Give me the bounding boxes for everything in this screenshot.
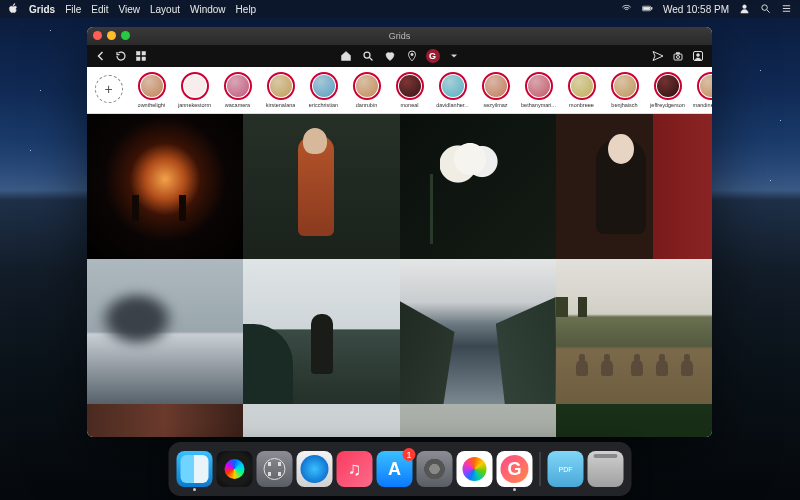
account-button[interactable]: G bbox=[426, 49, 440, 63]
menu-help[interactable]: Help bbox=[236, 4, 257, 15]
story-item[interactable]: moneal bbox=[390, 72, 429, 108]
story-item[interactable]: davidlanher... bbox=[433, 72, 472, 108]
feed-photo[interactable] bbox=[556, 259, 712, 404]
dock-folder[interactable] bbox=[548, 451, 584, 487]
likes-button[interactable] bbox=[382, 48, 398, 64]
svg-point-13 bbox=[364, 52, 370, 58]
menu-window[interactable]: Window bbox=[190, 4, 226, 15]
location-button[interactable] bbox=[404, 48, 420, 64]
stories-strip[interactable]: + ownthelightjannekestormwacamerakirsten… bbox=[87, 67, 712, 114]
dock-separator bbox=[540, 452, 541, 486]
spotlight-icon[interactable] bbox=[760, 3, 771, 16]
window-title: Grids bbox=[389, 31, 411, 41]
dock-app-safari[interactable] bbox=[297, 451, 333, 487]
story-item[interactable]: jannekestorm bbox=[175, 72, 214, 108]
apple-menu-icon[interactable] bbox=[8, 3, 19, 16]
menu-edit[interactable]: Edit bbox=[91, 4, 108, 15]
story-item[interactable]: mandinelson... bbox=[691, 72, 712, 108]
story-item[interactable]: monbreee bbox=[562, 72, 601, 108]
feed-photo[interactable] bbox=[400, 114, 556, 259]
story-username: sezyilmaz bbox=[483, 102, 507, 108]
feed-photo[interactable] bbox=[87, 404, 243, 437]
feed-photo[interactable] bbox=[400, 404, 556, 437]
feed-photo[interactable] bbox=[243, 259, 399, 404]
plus-icon: + bbox=[104, 81, 112, 97]
story-username: bethanymari... bbox=[521, 102, 556, 108]
story-username: jeffreydgerson bbox=[650, 102, 685, 108]
wifi-icon[interactable] bbox=[621, 3, 632, 16]
svg-rect-12 bbox=[142, 57, 146, 61]
story-item[interactable]: sezyilmaz bbox=[476, 72, 515, 108]
story-username: ownthelight bbox=[138, 102, 166, 108]
dock-trash[interactable] bbox=[588, 451, 624, 487]
window-zoom-button[interactable] bbox=[121, 31, 130, 40]
photo-grid[interactable] bbox=[87, 114, 712, 437]
story-username: monbreee bbox=[569, 102, 594, 108]
account-dropdown-icon[interactable] bbox=[446, 48, 462, 64]
back-button[interactable] bbox=[93, 48, 109, 64]
feed-photo[interactable] bbox=[87, 114, 243, 259]
reload-button[interactable] bbox=[113, 48, 129, 64]
battery-icon[interactable] bbox=[642, 3, 653, 16]
story-username: jannekestorm bbox=[178, 102, 211, 108]
svg-point-3 bbox=[743, 4, 747, 8]
app-menu-name[interactable]: Grids bbox=[29, 4, 55, 15]
story-item[interactable]: ownthelight bbox=[132, 72, 171, 108]
svg-point-15 bbox=[410, 53, 413, 56]
add-story-button[interactable]: + bbox=[89, 75, 128, 105]
home-button[interactable] bbox=[338, 48, 354, 64]
menu-view[interactable]: View bbox=[118, 4, 140, 15]
story-item[interactable]: kirstenalana bbox=[261, 72, 300, 108]
svg-rect-10 bbox=[142, 52, 146, 56]
feed-photo[interactable] bbox=[243, 404, 399, 437]
menu-file[interactable]: File bbox=[65, 4, 81, 15]
story-item[interactable]: ericchristian bbox=[304, 72, 343, 108]
story-username: mandinelson... bbox=[693, 102, 712, 108]
story-username: wacamera bbox=[225, 102, 250, 108]
dock-app-music[interactable] bbox=[337, 451, 373, 487]
story-item[interactable]: danrubin bbox=[347, 72, 386, 108]
story-item[interactable]: wacamera bbox=[218, 72, 257, 108]
svg-line-5 bbox=[767, 9, 770, 12]
feed-photo[interactable] bbox=[87, 259, 243, 404]
dock-app-sysprefs[interactable] bbox=[417, 451, 453, 487]
menu-layout[interactable]: Layout bbox=[150, 4, 180, 15]
feed-photo[interactable] bbox=[243, 114, 399, 259]
story-username: moneal bbox=[400, 102, 418, 108]
menubar-clock[interactable]: Wed 10:58 PM bbox=[663, 4, 729, 15]
story-username: kirstenalana bbox=[266, 102, 296, 108]
story-item[interactable]: bethanymari... bbox=[519, 72, 558, 108]
svg-rect-1 bbox=[643, 7, 649, 10]
upload-button[interactable] bbox=[670, 48, 686, 64]
feed-photo[interactable] bbox=[400, 259, 556, 404]
dock-app-launchpad[interactable] bbox=[257, 451, 293, 487]
svg-point-17 bbox=[677, 56, 680, 59]
svg-rect-16 bbox=[674, 54, 682, 60]
dock-app-grids[interactable] bbox=[497, 451, 533, 487]
svg-line-14 bbox=[369, 58, 372, 61]
feed-photo[interactable] bbox=[556, 114, 712, 259]
window-minimize-button[interactable] bbox=[107, 31, 116, 40]
notification-center-icon[interactable] bbox=[781, 3, 792, 16]
feed-photo[interactable] bbox=[556, 404, 712, 437]
dock-app-finder[interactable] bbox=[177, 451, 213, 487]
direct-messages-button[interactable] bbox=[650, 48, 666, 64]
svg-point-4 bbox=[762, 4, 768, 10]
appstore-badge: 1 bbox=[403, 448, 416, 461]
dock-app-photos[interactable] bbox=[457, 451, 493, 487]
macos-menubar: Grids File Edit View Layout Window Help … bbox=[0, 0, 800, 18]
app-toolbar: G bbox=[87, 45, 712, 67]
svg-point-20 bbox=[697, 54, 700, 57]
svg-rect-2 bbox=[651, 7, 652, 9]
window-close-button[interactable] bbox=[93, 31, 102, 40]
dock-app-siri[interactable] bbox=[217, 451, 253, 487]
story-username: ericchristian bbox=[309, 102, 338, 108]
search-button[interactable] bbox=[360, 48, 376, 64]
window-titlebar[interactable]: Grids bbox=[87, 27, 712, 45]
profile-button[interactable] bbox=[690, 48, 706, 64]
story-item[interactable]: benjhaisch bbox=[605, 72, 644, 108]
story-item[interactable]: jeffreydgerson bbox=[648, 72, 687, 108]
dock-app-appstore[interactable]: 1 bbox=[377, 451, 413, 487]
user-icon[interactable] bbox=[739, 3, 750, 16]
grid-view-button[interactable] bbox=[133, 48, 149, 64]
